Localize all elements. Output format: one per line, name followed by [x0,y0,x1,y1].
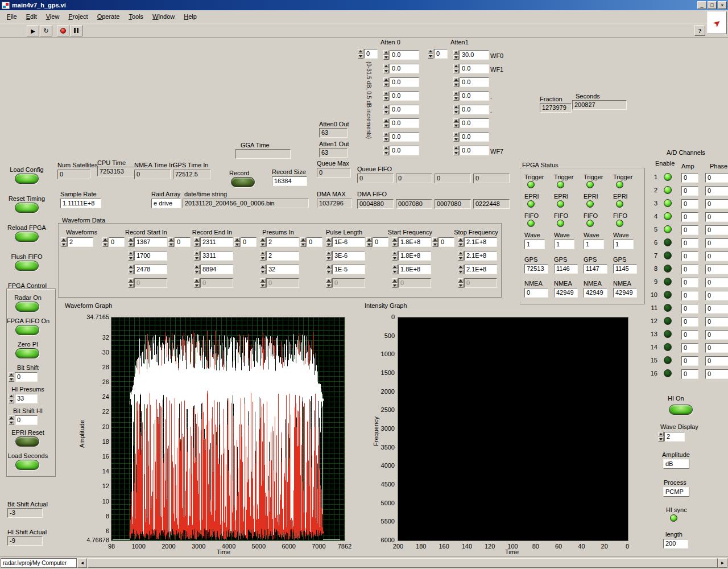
atten1-value-field-5[interactable]: 0.0 [460,118,489,128]
ad-phase-field-8[interactable]: 0 [705,265,728,274]
amplitude-ring[interactable]: dB [663,459,689,469]
increment-decrement-spinner[interactable] [128,251,134,261]
atten0-value-field-0[interactable]: 0.0 [390,50,419,60]
ad-enable-led-16[interactable] [664,369,672,377]
scroll-right-button[interactable]: ► [718,558,727,568]
ad-enable-led-4[interactable] [664,212,672,220]
scroll-left-button[interactable]: ◄ [77,558,87,568]
radar-on-button[interactable] [15,302,39,312]
ad-amp-field-15[interactable]: 0 [681,356,698,366]
wave-display-field[interactable]: 2 [664,432,685,442]
increment-decrement-spinner[interactable] [383,118,389,128]
ad-phase-field-14[interactable]: 0 [705,343,728,353]
ad-amp-field-2[interactable]: 0 [681,186,698,196]
ad-amp-field-5[interactable]: 0 [681,225,698,235]
atten0-index-spinner[interactable] [358,49,363,59]
zero-pi-button[interactable] [15,348,39,358]
ad-amp-field-14[interactable]: 0 [681,343,698,353]
increment-decrement-spinner[interactable] [326,278,332,288]
fpga-fifo-on-button[interactable] [15,325,39,335]
bit-shift-hi-field[interactable]: 0 [15,415,38,425]
help-button[interactable]: ? [694,25,705,36]
context-tab[interactable]: radar.lvproj/My Computer [1,558,77,568]
increment-decrement-spinner[interactable] [383,105,389,114]
length-field[interactable]: 200 [663,539,688,549]
ad-amp-field-10[interactable]: 0 [681,291,698,300]
ad-phase-field-7[interactable]: 0 [705,251,728,261]
ad-phase-field-13[interactable]: 0 [705,330,728,340]
run-continuous-button[interactable]: ↻ [40,25,52,36]
increment-decrement-spinner[interactable] [453,77,459,87]
record-start-in-field-1[interactable]: 1700 [134,251,167,261]
ad-enable-led-8[interactable] [664,265,672,273]
ad-enable-led-11[interactable] [664,304,672,312]
increment-decrement-spinner[interactable] [9,415,14,425]
increment-decrement-spinner[interactable] [458,251,464,261]
increment-decrement-spinner[interactable] [383,50,389,60]
atten0-value-field-6[interactable]: 0.0 [390,132,419,142]
waveforms-count-field[interactable]: 2 [67,237,93,247]
ad-amp-field-4[interactable]: 0 [681,212,698,222]
ad-amp-field-6[interactable]: 0 [681,238,698,248]
atten0-value-field-1[interactable]: 0.0 [390,64,419,73]
pause-button[interactable] [70,25,82,36]
increment-decrement-spinner[interactable] [128,278,134,288]
increment-decrement-spinner[interactable] [458,278,464,288]
ad-enable-led-12[interactable] [664,317,672,325]
waveforms-spinner[interactable] [61,237,67,247]
ad-phase-field-2[interactable]: 0 [705,186,728,196]
hi-presums-field[interactable]: 33 [15,394,38,403]
increment-decrement-spinner[interactable] [9,372,14,382]
start-frequency-index-spinner[interactable] [366,237,372,247]
menu-help[interactable]: Help [179,11,201,22]
pulse-length-field-0[interactable]: 1E-6 [332,237,365,247]
increment-decrement-spinner[interactable] [128,265,134,274]
ad-enable-led-13[interactable] [664,330,672,338]
increment-decrement-spinner[interactable] [326,251,332,261]
ad-amp-field-1[interactable]: 0 [681,173,698,183]
ad-amp-field-12[interactable]: 0 [681,317,698,327]
record-end-in-index-field[interactable]: 0 [175,237,191,247]
ad-phase-field-10[interactable]: 0 [705,291,728,300]
ad-amp-field-8[interactable]: 0 [681,265,698,274]
increment-decrement-spinner[interactable] [326,237,332,247]
record-start-in-index-spinner[interactable] [102,237,108,247]
menu-file[interactable]: File [2,11,22,22]
raid-array-field[interactable]: e drive [151,199,181,208]
ad-enable-led-7[interactable] [664,251,672,259]
increment-decrement-spinner[interactable] [383,77,389,87]
presums-in-index-field[interactable]: 0 [241,237,257,247]
start-frequency-index-field[interactable]: 0 [373,237,388,247]
ad-phase-field-4[interactable]: 0 [705,212,728,222]
start-frequency-field-1[interactable]: 1.8E+8 [398,251,431,261]
ad-phase-field-1[interactable]: 0 [705,173,728,183]
maximize-button[interactable]: □ [708,1,717,9]
increment-decrement-spinner[interactable] [260,251,266,261]
ad-enable-led-5[interactable] [664,225,672,233]
ad-amp-field-3[interactable]: 0 [681,199,698,209]
increment-decrement-spinner[interactable] [453,118,459,128]
menu-operate[interactable]: Operate [93,11,125,22]
atten0-value-field-3[interactable]: 0.0 [390,91,419,101]
process-ring[interactable]: PCMP [663,487,689,497]
increment-decrement-spinner[interactable] [383,91,389,101]
load-seconds-button[interactable] [15,460,39,470]
scrollbar-track[interactable] [88,558,718,568]
atten1-value-field-6[interactable]: 0.0 [460,132,489,142]
record-end-in-index-spinner[interactable] [168,237,174,247]
ad-phase-field-5[interactable]: 0 [705,225,728,235]
increment-decrement-spinner[interactable] [194,265,200,274]
flush-fifo-button[interactable] [15,261,39,271]
reset-timing-button[interactable] [15,203,39,213]
menu-tools[interactable]: Tools [124,11,148,22]
increment-decrement-spinner[interactable] [9,394,14,403]
record-end-in-field-2[interactable]: 8894 [200,265,233,274]
close-button[interactable]: × [718,1,727,9]
presums-in-field-1[interactable]: 2 [266,251,299,261]
stop-frequency-index-spinner[interactable] [432,237,438,247]
stop-frequency-field-1[interactable]: 2.1E+8 [464,251,497,261]
ad-enable-led-10[interactable] [664,291,672,299]
ad-enable-led-2[interactable] [664,186,672,194]
atten1-value-field-1[interactable]: 0.0 [460,64,489,73]
atten1-index-field[interactable]: 0 [434,49,448,59]
